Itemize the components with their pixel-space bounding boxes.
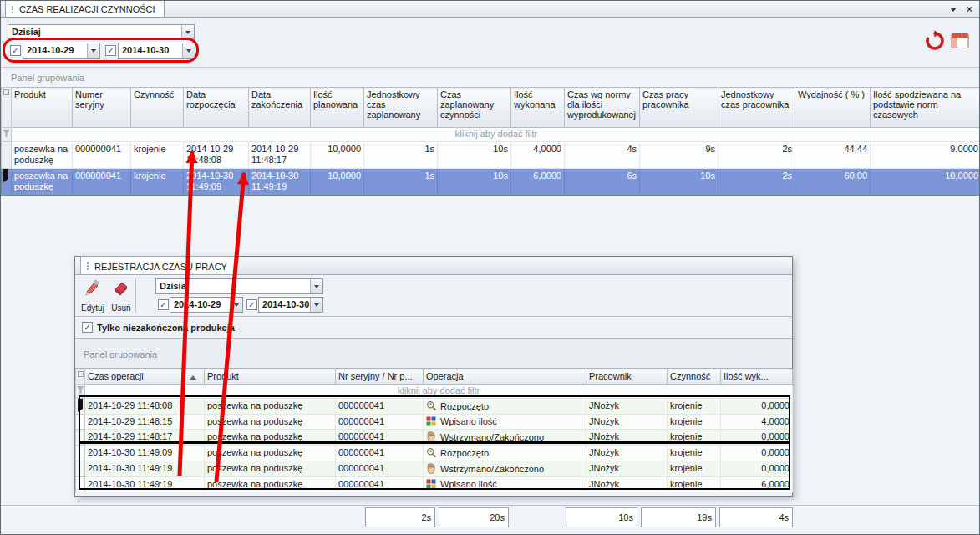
cell[interactable]: Rozpoczęto: [424, 446, 586, 461]
only-unfinished-checkbox[interactable]: ✓: [82, 322, 93, 333]
add-filter-row[interactable]: kliknij aby dodać filtr: [12, 128, 980, 142]
cell[interactable]: krojenie: [668, 477, 721, 492]
cell[interactable]: JNożyk: [586, 461, 668, 477]
delete-button[interactable]: Usuń: [107, 278, 135, 314]
chevron-down-icon[interactable]: [230, 298, 242, 312]
date-from-select[interactable]: 2014-10-29: [23, 43, 100, 59]
chevron-down-icon[interactable]: [310, 279, 322, 293]
col-header-czas-pracy-pracownika[interactable]: Czas pracy pracownika: [640, 88, 718, 128]
cell[interactable]: krojenie: [668, 399, 721, 415]
col-header-czas-zaplanowany-czynnosci[interactable]: Czas zaplanowany czynności: [438, 88, 511, 128]
col-header-nr-seryjny[interactable]: Nr seryjny / Nr p...: [336, 369, 424, 385]
col-header-wydajnosc[interactable]: Wydajność ( % ): [795, 88, 871, 128]
cell[interactable]: 1s: [364, 142, 438, 169]
cell[interactable]: 9,0000: [871, 142, 980, 169]
popup-period-select[interactable]: Dzisiaj: [155, 278, 323, 294]
tab-list-dropdown-icon[interactable]: [950, 8, 957, 15]
cell[interactable]: 1s: [364, 169, 438, 196]
layout-button[interactable]: [948, 29, 972, 53]
cell[interactable]: 10,0000: [871, 169, 980, 196]
cell[interactable]: 10s: [438, 142, 511, 169]
cell[interactable]: poszewka na poduszkę: [12, 169, 73, 196]
date-from-checkbox[interactable]: ✓: [10, 45, 21, 56]
chevron-down-icon[interactable]: [182, 43, 195, 58]
cell[interactable]: 000000041: [336, 477, 424, 492]
table-row[interactable]: 2014-10-29 11:48:15 poszewka na poduszkę…: [76, 415, 793, 430]
col-header-numer-seryjny[interactable]: Numer seryjny: [73, 88, 131, 128]
grouping-panel[interactable]: Panel grupowania: [11, 73, 84, 83]
cell[interactable]: Wpisano ilość: [424, 477, 586, 492]
cell[interactable]: 6s: [565, 169, 640, 196]
cell[interactable]: 44,44: [795, 142, 871, 169]
col-header-czas-operacji[interactable]: Czas operacji: [85, 369, 205, 385]
cell[interactable]: 000000041: [336, 446, 424, 461]
cell[interactable]: krojenie: [131, 169, 184, 196]
cell[interactable]: poszewka na poduszkę: [205, 461, 336, 477]
col-header-jednostkowy-czas-zaplanowany[interactable]: Jednostkowy czas zaplanowany: [364, 88, 438, 128]
cell[interactable]: 000000041: [336, 399, 424, 415]
cell[interactable]: 9s: [640, 142, 718, 169]
cell[interactable]: 10s: [438, 169, 511, 196]
cell[interactable]: 60,00: [795, 169, 871, 196]
cell[interactable]: 0,0000: [721, 446, 793, 461]
table-row[interactable]: poszewka na poduszkę 000000041 krojenie …: [2, 142, 980, 169]
cell[interactable]: 2014-10-29 11:48:08: [85, 399, 205, 415]
cell[interactable]: 2014-10-30 11:49:09: [184, 169, 249, 196]
col-header-ilosc-spodziewana[interactable]: Ilość spodziewana na podstawie norm czas…: [871, 88, 980, 128]
cell[interactable]: 4,0000: [721, 415, 793, 430]
col-header-produkt[interactable]: Produkt: [12, 88, 73, 128]
cell[interactable]: poszewka na poduszkę: [205, 399, 336, 415]
cell[interactable]: 2014-10-30 11:49:19: [85, 461, 205, 477]
col-header-produkt[interactable]: Produkt: [205, 369, 336, 385]
cell[interactable]: 2s: [718, 169, 795, 196]
cell[interactable]: 000000041: [336, 430, 424, 446]
cell[interactable]: 0,0000: [721, 430, 793, 446]
cell[interactable]: 000000041: [336, 461, 424, 477]
cell[interactable]: 000000041: [73, 169, 131, 196]
cell[interactable]: Wstrzymano/Zakończono: [424, 430, 586, 446]
cell[interactable]: JNożyk: [586, 477, 668, 492]
date-to-select[interactable]: 2014-10-30: [118, 43, 195, 59]
cell[interactable]: 2014-10-30 11:49:09: [85, 446, 205, 461]
popup-date-from-checkbox[interactable]: ✓: [158, 299, 169, 310]
cell[interactable]: 10s: [640, 169, 718, 196]
col-header-operacja[interactable]: Operacja: [424, 369, 586, 385]
cell[interactable]: poszewka na poduszkę: [205, 446, 336, 461]
popup-tab[interactable]: REJESTRACJA CZASU PRACY: [80, 256, 236, 274]
date-to-checkbox[interactable]: ✓: [105, 45, 116, 56]
cell[interactable]: 2014-10-29 11:48:15: [85, 415, 205, 430]
col-header-pracownik[interactable]: Pracownik: [586, 369, 668, 385]
cell[interactable]: JNożyk: [586, 446, 668, 461]
cell[interactable]: 2014-10-30 11:49:19: [85, 477, 205, 492]
cell[interactable]: poszewka na poduszkę: [205, 477, 336, 492]
cell[interactable]: krojenie: [668, 430, 721, 446]
cell[interactable]: JNożyk: [586, 399, 668, 415]
table-row[interactable]: 2014-10-30 11:49:09 poszewka na poduszkę…: [76, 446, 793, 461]
cell[interactable]: 6,0000: [721, 477, 793, 492]
cell[interactable]: 0,0000: [721, 461, 793, 477]
cell[interactable]: poszewka na poduszkę: [205, 415, 336, 430]
cell[interactable]: krojenie: [668, 415, 721, 430]
popup-date-to-select[interactable]: 2014-10-30: [258, 297, 323, 313]
edit-button[interactable]: Edytuj: [79, 278, 107, 314]
col-header-czynnosc[interactable]: Czynność: [668, 369, 721, 385]
cell[interactable]: poszewka na poduszkę: [205, 430, 336, 446]
col-header-data-rozpoczecia[interactable]: Data rozpoczęcia: [184, 88, 249, 128]
cell[interactable]: JNożyk: [586, 430, 668, 446]
table-row[interactable]: 2014-10-29 11:48:17 poszewka na poduszkę…: [76, 430, 793, 446]
chevron-down-icon[interactable]: [181, 25, 194, 39]
refresh-button[interactable]: [923, 29, 947, 53]
cell[interactable]: krojenie: [668, 446, 721, 461]
cell[interactable]: Rozpoczęto: [424, 399, 586, 415]
period-select[interactable]: Dzisiaj: [8, 24, 195, 40]
popup-date-to-checkbox[interactable]: ✓: [246, 299, 257, 310]
cell[interactable]: 2014-10-29 11:48:17: [85, 430, 205, 446]
cell[interactable]: 4,0000: [511, 142, 565, 169]
col-header-ilosc-wykonana[interactable]: Ilość wyk...: [721, 369, 793, 385]
cell[interactable]: krojenie: [668, 461, 721, 477]
cell[interactable]: poszewka na poduszkę: [12, 142, 73, 169]
select-all-corner[interactable]: [3, 89, 9, 95]
cell[interactable]: Wpisano ilość: [424, 415, 586, 430]
table-row[interactable]: 2014-10-30 11:49:19 poszewka na poduszkę…: [76, 461, 793, 477]
popup-grouping-panel[interactable]: Panel grupowania: [75, 339, 792, 369]
